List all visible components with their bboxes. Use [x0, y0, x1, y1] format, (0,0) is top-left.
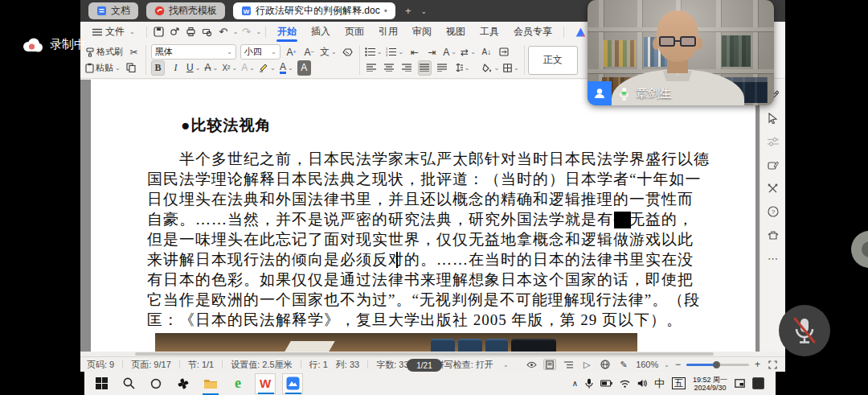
scrollbar-thumb[interactable] [135, 352, 714, 356]
tray-clock[interactable]: 19:52 周一 2024/9/30 [693, 376, 727, 392]
outline-view-icon[interactable] [562, 359, 575, 370]
file-menu[interactable]: 文件 ⌄ [85, 22, 142, 42]
distribute-button[interactable] [436, 60, 449, 76]
zoom-out-button[interactable]: − [675, 359, 681, 370]
strikethrough-button[interactable]: A⌄ [204, 60, 218, 76]
adjust-settings-icon[interactable] [766, 134, 780, 149]
ribbon-tab-member[interactable]: 会员专享 [506, 22, 559, 42]
tray-wifi-icon[interactable] [620, 380, 630, 388]
shading-button[interactable]: ⌄ [482, 60, 499, 76]
tray-pip-icon[interactable] [735, 379, 745, 388]
style-body-text[interactable]: 正文 [528, 46, 578, 75]
wps-taskbar-icon[interactable]: W [255, 373, 276, 394]
eye-protect-icon[interactable] [525, 359, 538, 370]
cortana-icon[interactable] [145, 373, 166, 394]
italic-button[interactable]: I [169, 60, 182, 76]
zoom-chevron-icon[interactable]: ⌄ [664, 361, 669, 368]
tab-list-chevron-icon[interactable]: ⌄ [420, 7, 427, 15]
tab-docer-templates[interactable]: 找稻壳模板 [146, 2, 225, 19]
pinwheel-app-icon[interactable] [173, 373, 194, 394]
annotation-erase-icon[interactable] [766, 158, 780, 172]
text-effect-button[interactable]: A⌄ [241, 60, 255, 76]
font-name-select[interactable]: 黑体 ⌄ [151, 44, 236, 60]
new-tab-button[interactable]: + [405, 5, 411, 17]
undo-chevron-icon[interactable]: ⌄ [233, 28, 239, 35]
meeting-app-icon[interactable] [282, 373, 303, 394]
superscript-button[interactable]: X²⌄ [222, 60, 237, 76]
tab-docs-home[interactable]: 文档 [88, 2, 138, 19]
zoom-in-button[interactable]: + [755, 359, 760, 370]
more-icon[interactable]: ⋯ [766, 251, 780, 265]
justify-button[interactable] [418, 60, 432, 76]
format-painter-button[interactable]: 格式刷 [85, 44, 123, 60]
fullscreen-icon[interactable] [766, 359, 779, 370]
increase-indent-button[interactable]: ⇥ [425, 44, 439, 60]
line-spacing-button[interactable]: ⌄ [453, 60, 470, 76]
underline-button[interactable]: U⌄ [186, 60, 200, 76]
ribbon-tab-page[interactable]: 页面 [338, 22, 371, 42]
char-shading-button[interactable]: A [297, 60, 311, 76]
taskbar-search-icon[interactable] [118, 373, 139, 394]
webcam-view[interactable]: 章剑生 [588, 0, 774, 105]
spellcheck-chevron-icon[interactable]: ⌄ [503, 361, 509, 368]
quick-access-chevron-icon[interactable]: ⌄ [256, 28, 261, 35]
align-center-button[interactable] [383, 60, 396, 76]
file-explorer-icon[interactable] [200, 373, 221, 394]
help-icon[interactable]: ? [766, 204, 780, 219]
align-right-button[interactable] [400, 60, 414, 76]
ribbon-tab-tools[interactable]: 工具 [473, 22, 506, 42]
phonetic-guide-button[interactable]: 文⌄ [320, 44, 337, 60]
print-button[interactable] [183, 25, 199, 39]
print-preview-button[interactable] [199, 25, 215, 39]
clear-format-button[interactable] [341, 44, 354, 60]
ribbon-tab-view[interactable]: 视图 [439, 22, 473, 42]
font-color-button[interactable]: A⌄ [280, 60, 293, 76]
cjk-layout-button[interactable]: ⇄⌄ [461, 44, 476, 60]
embedded-photo[interactable] [155, 333, 637, 352]
paste-button[interactable]: 粘贴 ⌄ [85, 60, 121, 76]
copy-button[interactable] [125, 60, 138, 76]
page-view-icon[interactable] [543, 359, 556, 370]
tray-ime-mode[interactable]: 五 [672, 377, 686, 389]
decrease-font-button[interactable]: A− [302, 44, 316, 60]
start-button[interactable] [91, 373, 112, 394]
ribbon-tab-insert[interactable]: 插入 [304, 22, 338, 42]
ribbon-tab-reference[interactable]: 引用 [371, 22, 405, 42]
increase-font-button[interactable]: A+ [285, 44, 298, 60]
tray-ime-indicator[interactable]: 中 [654, 376, 665, 391]
tray-expand-icon[interactable]: ∧ [572, 379, 578, 388]
sort-button[interactable]: A↓ [480, 44, 493, 60]
ribbon-tab-review[interactable]: 审阅 [405, 22, 439, 42]
tray-volume-icon[interactable] [637, 379, 647, 388]
mic-muted-button[interactable] [779, 305, 830, 356]
play-view-icon[interactable]: ▷ [580, 359, 593, 370]
tray-battery-icon[interactable] [600, 380, 612, 387]
save-button[interactable] [151, 25, 167, 39]
zoom-slider[interactable] [686, 364, 749, 366]
tools-icon[interactable] [766, 181, 780, 195]
undo-button[interactable]: ↶ [215, 25, 231, 39]
decrease-indent-button[interactable]: ⇤ [407, 44, 421, 60]
pen-mode-icon[interactable]: ✎ [617, 359, 630, 370]
plugin-icon[interactable] [766, 228, 780, 242]
zoom-slider-thumb[interactable] [713, 361, 720, 368]
borders-button[interactable]: ⌄ [503, 60, 519, 76]
redo-button[interactable]: ↷ [238, 25, 254, 39]
number-list-button[interactable]: 123⌄ [386, 44, 403, 60]
font-size-select[interactable]: 小四 ⌄ [240, 44, 280, 60]
show-marks-button[interactable] [497, 44, 511, 60]
tray-app-icon[interactable] [752, 377, 764, 389]
zoom-level[interactable]: 160% [636, 360, 658, 369]
text-tool-button[interactable]: A⌄ [443, 44, 457, 60]
ribbon-tab-home[interactable]: 开始 [270, 22, 304, 42]
bold-button[interactable]: B [151, 60, 165, 76]
document-page[interactable]: ●比较法视角 半个多世纪之前，日本民法学家末弘严太郎针对当时日本民法学界盛行以德… [91, 80, 755, 352]
status-spellcheck[interactable]: 拼写检查: 打开 [436, 359, 493, 371]
tray-mic-icon[interactable] [585, 378, 593, 389]
select-tool-icon[interactable] [766, 111, 780, 125]
bullet-list-button[interactable]: ⌄ [365, 44, 383, 60]
cut-button[interactable]: ✂ [127, 44, 141, 60]
tab-active-document[interactable]: W 行政法研究中的判例解释.doc • [233, 2, 395, 19]
browser-icon[interactable]: e [227, 373, 248, 394]
export-button[interactable] [167, 25, 183, 39]
